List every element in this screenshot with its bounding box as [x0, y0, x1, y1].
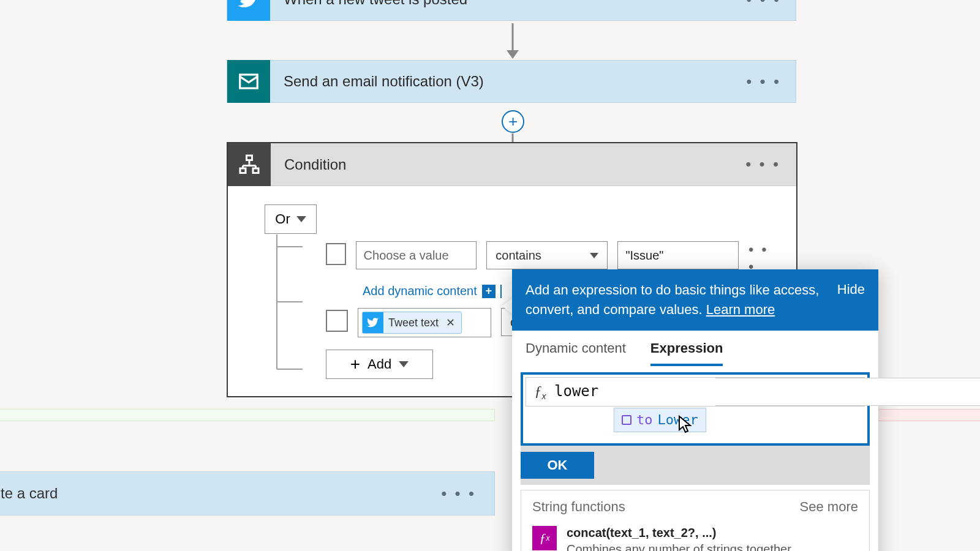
- chevron-down-icon: [296, 216, 306, 222]
- add-button-label: Add: [368, 356, 391, 372]
- flyout-header: Add an expression to do basic things lik…: [512, 269, 878, 331]
- choose-value-placeholder: Choose a value: [364, 249, 449, 263]
- yes-branch-bar: [0, 409, 495, 421]
- tab-dynamic-content[interactable]: Dynamic content: [526, 340, 626, 366]
- choose-value-input[interactable]: Tweet text ✕: [358, 308, 491, 337]
- operator-dropdown[interactable]: contains: [486, 241, 608, 269]
- expression-input-zone: ƒx lower toLower: [521, 372, 870, 446]
- learn-more-link[interactable]: Learn more: [706, 302, 775, 317]
- operator-label: contains: [496, 249, 541, 263]
- chevron-down-icon: [399, 361, 409, 367]
- ok-button[interactable]: OK: [521, 452, 594, 479]
- function-description: Combines any number of strings together: [567, 542, 791, 551]
- fx-badge-icon: ƒx: [532, 526, 557, 550]
- hide-button[interactable]: Hide: [837, 280, 865, 298]
- svg-marker-1: [507, 50, 519, 59]
- tree-connector-lines: [276, 234, 312, 375]
- function-signature: concat(text_1, text_2?, ...): [567, 526, 791, 540]
- row-checkbox[interactable]: [326, 310, 348, 332]
- condition-header[interactable]: Condition • • •: [228, 143, 796, 186]
- action-card-partial-title: te a card: [1, 485, 441, 502]
- svg-rect-6: [240, 168, 246, 173]
- condition-title: Condition: [284, 156, 745, 173]
- add-condition-row-button[interactable]: + Add: [326, 350, 433, 379]
- trigger-title: When a new tweet is posted: [284, 0, 746, 8]
- autocomplete-match: Lower: [658, 412, 698, 427]
- condition-icon: [228, 143, 271, 186]
- see-more-link[interactable]: See more: [800, 499, 858, 515]
- plus-icon: +: [350, 354, 360, 374]
- chip-label: Tweet text: [388, 317, 439, 329]
- dynamic-content-chip: Tweet text ✕: [362, 312, 462, 334]
- expression-input-extension[interactable]: [715, 378, 980, 406]
- trigger-card[interactable]: When a new tweet is posted • • •: [227, 0, 796, 21]
- action-email-card[interactable]: Send an email notification (V3) • • •: [227, 60, 796, 103]
- add-dynamic-content-link[interactable]: Add dynamic content: [363, 284, 477, 298]
- email-icon: [227, 60, 270, 103]
- expression-flyout: Add an expression to do basic things lik…: [512, 269, 878, 551]
- fx-icon: ƒx: [526, 383, 554, 401]
- autocomplete-suggestion[interactable]: toLower: [614, 408, 706, 432]
- action-email-menu-dots[interactable]: • • •: [746, 72, 796, 91]
- action-email-title: Send an email notification (V3): [284, 73, 746, 90]
- svg-rect-5: [247, 156, 252, 160]
- action-card-menu-dots[interactable]: • • •: [441, 484, 494, 503]
- cursor-caret: [500, 285, 502, 298]
- group-operator-label: Or: [275, 211, 290, 227]
- row-checkbox[interactable]: [326, 243, 346, 265]
- twitter-icon: [227, 0, 270, 21]
- flyout-tabs: Dynamic content Expression: [512, 331, 878, 366]
- compare-value-input[interactable]: "Issue": [617, 241, 739, 269]
- chip-remove-button[interactable]: ✕: [443, 316, 458, 329]
- chevron-down-icon: [590, 253, 598, 258]
- twitter-icon: [363, 312, 383, 333]
- tab-expression[interactable]: Expression: [650, 340, 723, 366]
- flyout-message: Add an expression to do basic things lik…: [526, 280, 825, 320]
- choose-value-input[interactable]: Choose a value: [356, 241, 477, 269]
- function-list: String functions See more ƒx concat(text…: [521, 490, 870, 551]
- condition-menu-dots[interactable]: • • •: [745, 155, 796, 174]
- function-item[interactable]: ƒx concat(text_1, text_2?, ...) Combines…: [521, 521, 869, 551]
- flow-arrow-icon: [499, 23, 526, 60]
- trigger-menu-dots[interactable]: • • •: [746, 0, 796, 9]
- group-operator-dropdown[interactable]: Or: [265, 204, 317, 234]
- function-group-title: String functions: [532, 499, 625, 515]
- add-step-button[interactable]: +: [502, 110, 524, 133]
- flyout-message-text: Add an expression to do basic things lik…: [526, 282, 819, 317]
- svg-rect-7: [253, 168, 258, 173]
- action-card-partial[interactable]: te a card • • •: [0, 471, 495, 515]
- add-dynamic-content-button[interactable]: +: [482, 285, 496, 298]
- function-icon: [622, 415, 631, 425]
- autocomplete-prefix: to: [636, 412, 653, 427]
- compare-value-text: "Issue": [625, 249, 663, 263]
